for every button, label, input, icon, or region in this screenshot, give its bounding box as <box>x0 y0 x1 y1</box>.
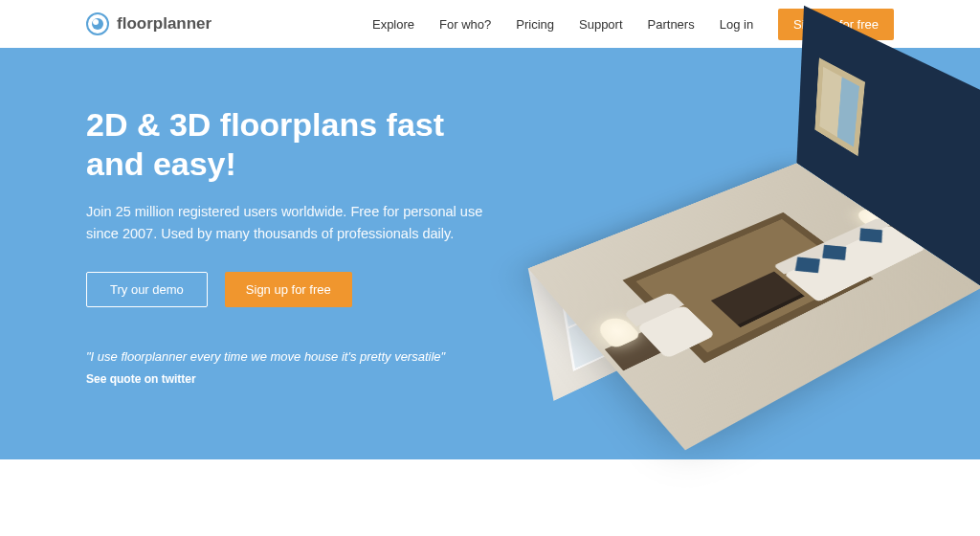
logo[interactable]: floorplanner <box>86 12 212 35</box>
painting-icon <box>814 57 865 156</box>
nav-partners[interactable]: Partners <box>648 17 695 32</box>
pillow <box>859 228 882 242</box>
logo-icon <box>86 12 109 35</box>
nav-login[interactable]: Log in <box>720 17 753 32</box>
hero-section: 2D & 3D floorplans fast and easy! Join 2… <box>0 48 980 459</box>
signup-button-hero[interactable]: Sign up for free <box>225 272 352 307</box>
room-3d-illustration <box>521 86 961 450</box>
hero-title: 2D & 3D floorplans fast and easy! <box>86 105 498 184</box>
nav-explore[interactable]: Explore <box>372 17 414 32</box>
try-demo-button[interactable]: Try our demo <box>86 272 208 307</box>
pillow <box>822 245 846 260</box>
hero-subtitle: Join 25 million registered users worldwi… <box>86 201 498 245</box>
brand-name: floorplanner <box>117 14 212 34</box>
quote-source-link[interactable]: See quote on twitter <box>86 372 196 386</box>
hero-content: 2D & 3D floorplans fast and easy! Join 2… <box>86 105 498 459</box>
hero-buttons: Try our demo Sign up for free <box>86 272 498 307</box>
nav-support[interactable]: Support <box>579 17 623 32</box>
nav-forwho[interactable]: For who? <box>439 17 491 32</box>
nav-pricing[interactable]: Pricing <box>516 17 554 32</box>
testimonial-quote: "I use floorplanner every time we move h… <box>86 349 498 364</box>
